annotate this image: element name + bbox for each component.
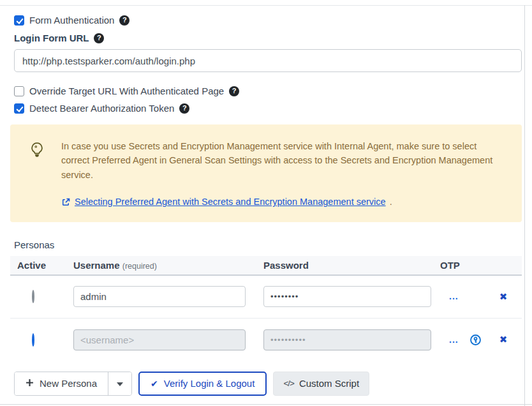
custom-script-button[interactable]: </> Custom Script [273, 372, 369, 396]
override-target-checkbox[interactable] [14, 86, 24, 96]
detect-bearer-checkbox[interactable] [14, 103, 24, 114]
code-icon: </> [283, 379, 294, 388]
info-link-suffix: . [390, 195, 392, 209]
column-header-active: Active [10, 260, 73, 271]
new-persona-split-button: New Persona [14, 372, 132, 396]
form-authentication-label: Form Authentication [29, 15, 114, 26]
delete-persona-icon[interactable]: ✖ [499, 334, 508, 345]
persona-username-input[interactable] [73, 286, 246, 307]
persona-active-radio[interactable] [32, 290, 34, 303]
override-target-label: Override Target URL With Authenticated P… [29, 86, 224, 96]
otp-cell: ... [440, 334, 485, 346]
external-link-icon [61, 197, 71, 207]
detect-bearer-label: Detect Bearer Authorization Token [29, 103, 174, 114]
panel-content: Form Authentication ? Login Form URL ? O… [0, 5, 522, 396]
panel-right-border [524, 5, 525, 406]
plus-icon [26, 378, 34, 389]
persona-password-input[interactable] [263, 329, 431, 350]
login-form-url-input[interactable] [14, 49, 522, 72]
personas-table: Active Username (required) Password OTP [10, 256, 522, 361]
custom-script-label: Custom Script [299, 378, 359, 389]
active-cell [10, 335, 73, 345]
actions-cell: ✖ [485, 291, 522, 303]
preferred-agent-doc-link[interactable]: Selecting Preferred Agent with Secrets a… [75, 195, 386, 209]
check-icon: ✔ [151, 379, 158, 389]
help-icon[interactable]: ? [229, 86, 239, 96]
override-target-row: Override Target URL With Authenticated P… [14, 86, 512, 96]
help-icon[interactable]: ? [119, 15, 129, 26]
new-persona-button[interactable]: New Persona [15, 372, 108, 395]
column-header-password: Password [263, 260, 440, 271]
help-icon[interactable]: ? [94, 33, 104, 43]
login-form-url-label-row: Login Form URL ? [14, 33, 512, 43]
column-header-otp: OTP [440, 260, 485, 271]
username-cell [73, 329, 263, 350]
login-form-url-label: Login Form URL [14, 33, 89, 43]
persona-password-input[interactable] [263, 286, 431, 307]
otp-key-icon[interactable] [469, 334, 482, 346]
otp-cell: ... [440, 294, 485, 299]
actions-cell: ✖ [485, 334, 522, 345]
active-cell [10, 291, 73, 302]
persona-actions: New Persona ✔ Verify Login & Logout </> … [14, 372, 512, 396]
info-link-line: Selecting Preferred Agent with Secrets a… [61, 195, 505, 209]
persona-row: ... ✖ [10, 276, 522, 319]
username-cell [73, 286, 263, 307]
username-required-note: (required) [122, 262, 157, 271]
delete-persona-icon[interactable]: ✖ [499, 291, 508, 303]
new-persona-label: New Persona [40, 378, 97, 389]
info-callout: In case you use Secrets and Encryption M… [10, 124, 522, 222]
help-icon[interactable]: ? [179, 103, 189, 114]
form-authentication-checkbox[interactable] [14, 15, 24, 26]
info-body: In case you use Secrets and Encryption M… [61, 139, 505, 209]
personas-table-header: Active Username (required) Password OTP [10, 256, 522, 276]
info-text: In case you use Secrets and Encryption M… [61, 139, 505, 182]
chevron-down-icon [117, 379, 123, 388]
column-header-username: Username (required) [73, 260, 263, 271]
new-persona-dropdown-toggle[interactable] [108, 372, 131, 395]
verify-label: Verify Login & Logout [164, 378, 255, 389]
personas-title: Personas [14, 239, 512, 250]
verify-login-logout-button[interactable]: ✔ Verify Login & Logout [138, 372, 267, 396]
persona-username-input[interactable] [73, 329, 246, 350]
password-cell [263, 286, 440, 307]
persona-row: ... ✖ [10, 319, 522, 361]
otp-more-button[interactable]: ... [449, 338, 459, 342]
detect-bearer-row: Detect Bearer Authorization Token ? [14, 103, 512, 114]
lightbulb-icon [28, 139, 46, 209]
form-authentication-panel: Form Authentication ? Login Form URL ? O… [0, 0, 532, 406]
password-cell [263, 329, 440, 350]
persona-active-radio[interactable] [32, 333, 34, 347]
form-authentication-row: Form Authentication ? [14, 15, 512, 26]
otp-more-button[interactable]: ... [449, 294, 459, 299]
panel-bottom-border [0, 404, 532, 405]
